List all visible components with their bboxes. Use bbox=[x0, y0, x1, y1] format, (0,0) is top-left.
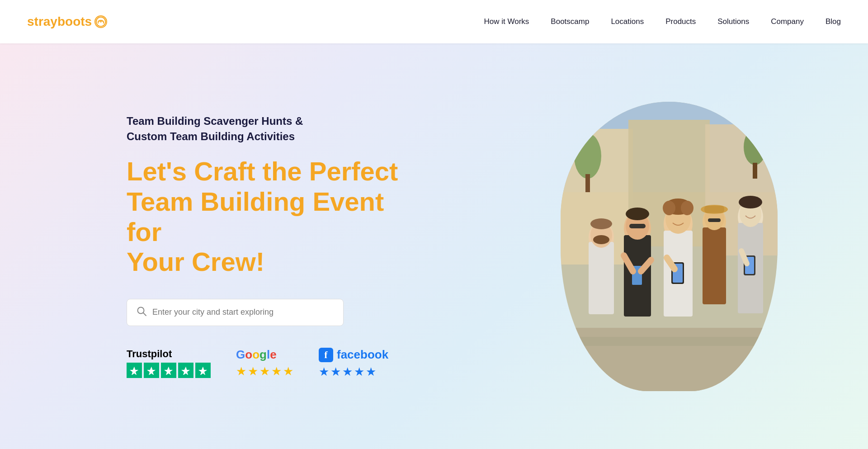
fb-star-4: ★ bbox=[354, 365, 364, 379]
nav-item-bootscamp[interactable]: Bootscamp bbox=[551, 17, 589, 26]
g-star-1: ★ bbox=[236, 364, 246, 378]
tp-star-3 bbox=[161, 363, 176, 378]
facebook-icon: f bbox=[319, 348, 333, 362]
logo-boots: boots bbox=[57, 14, 92, 28]
search-bar bbox=[127, 299, 344, 326]
svg-line-3 bbox=[143, 313, 146, 316]
google-badge: Google ★ ★ ★ ★ ★ bbox=[236, 348, 293, 378]
nav-item-blog[interactable]: Blog bbox=[826, 17, 841, 26]
google-stars: ★ ★ ★ ★ ★ bbox=[236, 364, 293, 378]
tp-star-4 bbox=[178, 363, 193, 378]
nav-link-bootscamp[interactable]: Bootscamp bbox=[551, 17, 589, 26]
hero-content: Team Building Scavenger Hunts &Custom Te… bbox=[127, 113, 416, 379]
nav-item-how-it-works[interactable]: How it Works bbox=[484, 17, 529, 26]
nav-link-solutions[interactable]: Solutions bbox=[717, 17, 749, 26]
logo-icon bbox=[94, 15, 107, 28]
svg-point-1 bbox=[100, 21, 101, 22]
facebook-label: f facebook bbox=[319, 348, 388, 362]
g-star-4: ★ bbox=[271, 364, 282, 378]
facebook-text: facebook bbox=[337, 348, 388, 362]
nav-item-locations[interactable]: Locations bbox=[611, 17, 644, 26]
svg-point-0 bbox=[96, 17, 106, 27]
nav-link-locations[interactable]: Locations bbox=[611, 17, 644, 26]
svg-rect-51 bbox=[561, 102, 778, 391]
fb-star-5: ★ bbox=[366, 365, 376, 379]
nav-link-how-it-works[interactable]: How it Works bbox=[484, 17, 529, 26]
nav-link-blog[interactable]: Blog bbox=[826, 17, 841, 26]
google-label: Google bbox=[236, 348, 277, 362]
fb-star-3: ★ bbox=[342, 365, 353, 379]
nav-links: How it Works Bootscamp Locations Product… bbox=[484, 17, 841, 26]
g-star-2: ★ bbox=[248, 364, 258, 378]
trustpilot-stars bbox=[127, 363, 211, 378]
hero-image bbox=[561, 102, 778, 391]
hero-section: Team Building Scavenger Hunts &Custom Te… bbox=[0, 43, 868, 449]
tp-star-5 bbox=[195, 363, 211, 378]
main-nav: strayboots How it Works Bootscamp Locati… bbox=[0, 0, 868, 43]
tp-star-1 bbox=[127, 363, 142, 378]
logo[interactable]: strayboots bbox=[27, 14, 107, 29]
g-star-5: ★ bbox=[283, 364, 293, 378]
nav-item-products[interactable]: Products bbox=[665, 17, 696, 26]
fb-star-1: ★ bbox=[319, 365, 329, 379]
trustpilot-badge: Trustpilot bbox=[127, 348, 211, 378]
reviews-section: Trustpilot bbox=[127, 348, 416, 379]
fb-star-2: ★ bbox=[330, 365, 341, 379]
g-star-3: ★ bbox=[259, 364, 270, 378]
nav-link-company[interactable]: Company bbox=[771, 17, 804, 26]
trustpilot-label: Trustpilot bbox=[127, 348, 172, 360]
facebook-stars: ★ ★ ★ ★ ★ bbox=[319, 365, 376, 379]
search-icon bbox=[136, 306, 147, 319]
nav-item-company[interactable]: Company bbox=[771, 17, 804, 26]
city-search-input[interactable] bbox=[152, 307, 334, 317]
hero-title: Let's Craft the PerfectTeam Building Eve… bbox=[127, 156, 416, 277]
facebook-badge: f facebook ★ ★ ★ ★ ★ bbox=[319, 348, 388, 379]
nav-link-products[interactable]: Products bbox=[665, 17, 696, 26]
logo-text: strayboots bbox=[27, 14, 92, 29]
logo-stray: stray bbox=[27, 14, 57, 28]
hero-subtitle: Team Building Scavenger Hunts &Custom Te… bbox=[127, 113, 416, 144]
nav-item-solutions[interactable]: Solutions bbox=[717, 17, 749, 26]
tp-star-2 bbox=[144, 363, 159, 378]
